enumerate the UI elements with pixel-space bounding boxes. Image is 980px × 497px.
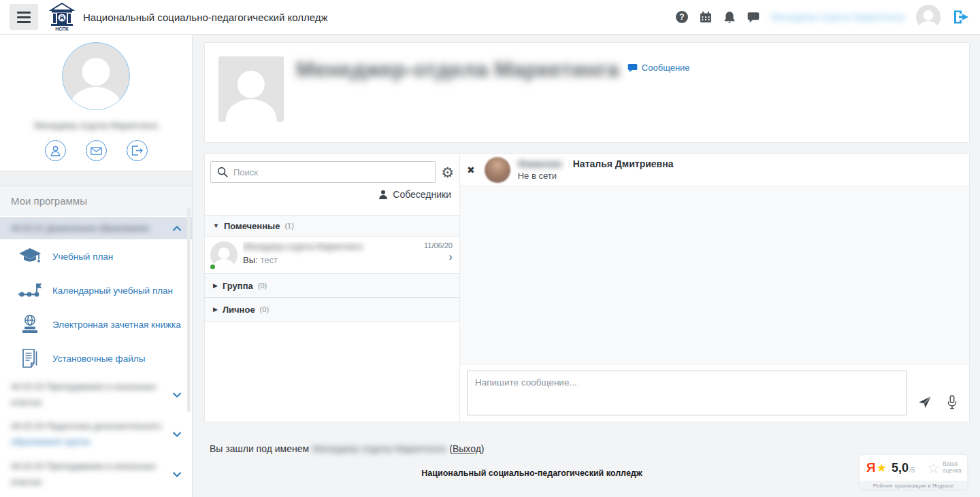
chevron-down-icon [173, 432, 181, 437]
logout-link[interactable]: Выход [453, 443, 481, 454]
microphone-icon[interactable] [947, 395, 957, 409]
programs-section-label: Мои программы [0, 186, 192, 216]
collapsed-program-item[interactable]: 44.02.02 Преподавание в начальных класса… [0, 455, 192, 494]
document-icon [15, 348, 45, 369]
message-link[interactable]: Сообщение [627, 63, 690, 73]
star-outline-icon: ☆ [927, 461, 940, 475]
active-program-item[interactable]: 44.02.01 Дошкольное образование [0, 217, 192, 239]
profile-card: Менеджер-отдела Маркетинга Сообщение [204, 42, 970, 143]
your-rating-label: Вашаоценка [943, 461, 962, 475]
sidebar: Менеджер отдела Маркетинга [0, 35, 193, 497]
hamburger-icon [17, 12, 31, 14]
chat-message-history [460, 186, 969, 364]
sidebar-profile-block: Менеджер отдела Маркетинга [0, 35, 192, 171]
triangle-right-icon: ▶ [213, 306, 218, 313]
star-filled-icon: ★ [877, 461, 887, 475]
chat-header: ✖ Фамилия Наталья Дмитриевна Не в сети [460, 154, 969, 186]
topbar: НСПК Национальный социально-педагогическ… [0, 0, 980, 35]
footer: Вы зашли под именем Менеджер отдела Марк… [193, 422, 980, 497]
logout-icon[interactable] [952, 9, 970, 25]
yandex-rating-badge[interactable]: Я ★ 5,0 /5 ☆ Вашаоценка Рейтинг организа… [859, 454, 968, 490]
section-private[interactable]: ▶ Личное (0) [205, 297, 459, 321]
settings-gear-icon[interactable]: ⚙ [441, 165, 454, 179]
profile-card-name: Менеджер-отдела Маркетинга [296, 56, 619, 82]
yandex-logo-letter: Я [866, 460, 876, 475]
gradebook-globe-icon [15, 314, 45, 335]
search-box [210, 161, 436, 183]
conversation-list-empty [205, 321, 459, 422]
topbar-avatar[interactable] [916, 5, 941, 29]
chat-input-area [460, 364, 969, 422]
menu-toggle-button[interactable] [10, 4, 38, 30]
footer-college-name: Национальный социально-педагогический ко… [193, 468, 871, 478]
messaging-panel: ⚙ Собеседники ▼ Помеченные (1) [204, 153, 970, 422]
sidebar-profile-avatar [62, 42, 130, 110]
messages-bubble-icon[interactable] [747, 12, 760, 23]
sidebar-item-setup-files[interactable]: Установочные файлы [0, 341, 192, 375]
notifications-bell-icon[interactable] [723, 11, 736, 24]
chat-contact-avatar [485, 157, 510, 183]
conversation-date: 11/06/20 [424, 241, 453, 250]
graduation-cap-icon [15, 247, 45, 266]
rating-value: 5,0 [892, 461, 909, 475]
sidebar-item-curriculum[interactable]: Учебный план [0, 239, 192, 273]
close-icon[interactable]: ✖ [467, 165, 475, 175]
conversation-preview: Вы:тест [243, 255, 424, 265]
rating-max: /5 [909, 466, 915, 474]
profile-logout-icon[interactable] [127, 140, 148, 161]
main-content: Менеджер-отдела Маркетинга Сообщение [193, 35, 980, 497]
send-icon[interactable] [918, 395, 932, 409]
sidebar-scrollbar[interactable] [187, 208, 191, 412]
triangle-right-icon: ▶ [213, 282, 218, 289]
contacts-toggle[interactable]: Собеседники [205, 184, 459, 205]
collapsed-program-item[interactable]: 44.02.03 Педагогика дополнительного [0, 494, 192, 497]
chat-contact-status: Не в сети [518, 171, 674, 181]
chat-panel: ✖ Фамилия Наталья Дмитриевна Не в сети [460, 154, 969, 422]
site-title: Национальный социально-педагогический ко… [83, 12, 328, 23]
sidebar-item-gradebook[interactable]: Электронная зачетная книжка [0, 307, 192, 341]
topbar-username[interactable]: Менеджер отдела Маркетинга [771, 12, 904, 22]
chevron-right-icon: › [424, 251, 453, 262]
sidebar-item-label: Учебный план [52, 252, 113, 262]
calendar-icon[interactable] [700, 11, 712, 23]
profile-card-avatar [218, 56, 284, 122]
collapsed-program-item[interactable]: 44.02.02 Преподавание в начальных класса… [0, 375, 192, 415]
triangle-down-icon: ▼ [213, 222, 219, 229]
help-icon[interactable]: ? [676, 11, 688, 23]
message-link-label: Сообщение [642, 63, 690, 73]
sidebar-item-label: Электронная зачетная книжка [52, 320, 181, 330]
conversation-item[interactable]: Менеджер отдела Маркетинга Вы:тест 11/06… [205, 236, 459, 273]
college-logo[interactable]: НСПК [49, 3, 75, 31]
search-icon [217, 167, 228, 177]
section-favourites[interactable]: ▼ Помеченные (1) [205, 215, 459, 236]
profile-mail-icon[interactable] [86, 140, 107, 161]
person-icon [378, 190, 388, 199]
building-icon: НСПК [49, 3, 75, 31]
search-input[interactable] [233, 167, 429, 177]
chevron-down-icon [173, 472, 181, 477]
login-info: Вы зашли под именем Менеджер отдела Марк… [193, 443, 980, 454]
badge-caption: Рейтинг организации в Яндексе [860, 481, 967, 490]
messaging-sidebar: ⚙ Собеседники ▼ Помеченные (1) [205, 154, 460, 422]
message-input[interactable] [467, 371, 907, 415]
sidebar-item-calendar-curriculum[interactable]: Календарный учебный план [0, 273, 192, 307]
sidebar-divider-strip [0, 171, 192, 186]
svg-text:НСПК: НСПК [55, 27, 69, 31]
profile-user-icon[interactable] [45, 140, 66, 161]
login-name: Менеджер отдела Маркетинга [312, 443, 446, 454]
contacts-label: Собеседники [393, 189, 451, 200]
chevron-up-icon [173, 226, 181, 231]
chevron-down-icon [173, 392, 181, 398]
sidebar-item-label: Календарный учебный план [52, 286, 173, 296]
conversation-avatar [210, 241, 238, 269]
message-bubble-icon [627, 63, 638, 73]
section-group[interactable]: ▶ Группа (0) [205, 273, 459, 297]
sidebar-profile-name: Менеджер отдела Маркетинга [0, 120, 192, 131]
chat-contact-name: Фамилия Наталья Дмитриевна [518, 158, 674, 169]
online-status-dot [209, 263, 216, 271]
collapsed-program-item[interactable]: 44.02.03 Педагогика дополнительного обра… [0, 415, 192, 454]
conversation-name: Менеджер отдела Маркетинга [243, 242, 424, 252]
milestones-icon [15, 282, 45, 298]
sidebar-item-label: Установочные файлы [52, 354, 145, 364]
